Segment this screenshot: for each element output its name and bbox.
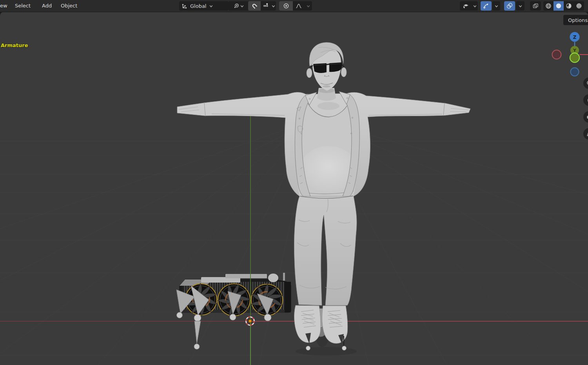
falloff-dropdown-button[interactable] bbox=[305, 1, 312, 11]
axis-ball-negx[interactable] bbox=[552, 50, 561, 59]
viewport-header: ew Select Add Object Global bbox=[0, 0, 588, 12]
character-pants bbox=[294, 196, 357, 305]
pivot-point-dropdown[interactable] bbox=[229, 1, 249, 11]
scene-canvas[interactable] bbox=[0, 12, 588, 365]
menu-select[interactable]: Select bbox=[13, 0, 32, 12]
menu-add-label: Add bbox=[42, 3, 52, 9]
menu-object-label: Object bbox=[61, 3, 77, 9]
snap-dropdown-button[interactable] bbox=[270, 1, 276, 11]
snap-increment-icon bbox=[263, 3, 269, 9]
pivot-point-icon bbox=[233, 3, 240, 9]
scene-inner bbox=[0, 42, 588, 365]
active-object-label: Armature bbox=[1, 42, 28, 48]
overlays-circles-icon bbox=[506, 3, 513, 9]
options-dropdown[interactable]: Options bbox=[563, 15, 588, 25]
visibility-dropdown-button[interactable] bbox=[472, 1, 478, 11]
3d-viewport[interactable]: Armature Options Y Z bbox=[0, 12, 588, 365]
wireframe-sphere-icon bbox=[545, 3, 552, 9]
object-visibility-button[interactable] bbox=[460, 1, 472, 11]
overlays-dropdown-button[interactable] bbox=[516, 1, 524, 11]
material-preview-sphere-icon bbox=[566, 3, 572, 9]
falloff-type-button[interactable] bbox=[293, 1, 305, 11]
chevron-down-icon bbox=[472, 4, 477, 9]
snapping-group bbox=[248, 1, 276, 11]
chevron-down-icon bbox=[518, 4, 523, 9]
bone-tip-sphere bbox=[342, 346, 347, 350]
eye-pointer-icon bbox=[463, 3, 469, 9]
snap-toggle-button[interactable] bbox=[248, 1, 261, 11]
menu-object[interactable]: Object bbox=[59, 0, 79, 12]
camera-icon bbox=[586, 114, 588, 120]
toggle-xray-button[interactable] bbox=[530, 1, 541, 11]
ground-shadow bbox=[296, 347, 357, 356]
falloff-curve-icon bbox=[296, 3, 302, 9]
solid-sphere-icon bbox=[555, 3, 562, 9]
show-gizmos-toggle[interactable] bbox=[481, 1, 492, 11]
axis-ball-negz[interactable] bbox=[571, 68, 579, 76]
hand-icon bbox=[586, 97, 588, 103]
orientation-axes-icon bbox=[181, 3, 188, 9]
proportional-edit-group bbox=[279, 1, 312, 11]
origin-dot bbox=[249, 319, 252, 323]
transform-orientation-value: Global bbox=[190, 3, 206, 9]
perspective-grid-icon bbox=[586, 131, 588, 137]
right-ear bbox=[341, 68, 347, 77]
menu-view[interactable]: ew bbox=[0, 0, 9, 12]
navigation-gizmo[interactable]: Y Z bbox=[549, 29, 588, 80]
shading-wireframe-button[interactable] bbox=[543, 1, 554, 11]
rendered-sphere-icon bbox=[576, 3, 582, 9]
xray-squares-icon bbox=[532, 3, 539, 9]
axis-label-y: Y bbox=[573, 48, 577, 53]
options-label: Options bbox=[568, 17, 588, 23]
chevron-down-icon bbox=[271, 4, 276, 9]
bone-tip-sphere bbox=[306, 346, 310, 350]
show-overlays-toggle[interactable] bbox=[504, 1, 515, 11]
proportional-edit-toggle[interactable] bbox=[279, 1, 293, 11]
object-visibility-group bbox=[460, 1, 478, 11]
chevron-down-icon bbox=[494, 4, 499, 9]
chevron-down-icon bbox=[209, 4, 214, 9]
shading-material-button[interactable] bbox=[564, 1, 574, 11]
menu-select-label: Select bbox=[15, 3, 31, 9]
axis-label-z: Z bbox=[573, 35, 577, 40]
proportional-edit-icon bbox=[283, 3, 289, 9]
shading-rendered-button[interactable] bbox=[574, 1, 584, 11]
menu-view-label: ew bbox=[0, 3, 7, 9]
gizmo-arrow-icon bbox=[483, 3, 489, 9]
shading-mode-group bbox=[543, 1, 584, 11]
axis-ball-negy[interactable] bbox=[570, 53, 579, 62]
magnet-icon bbox=[251, 3, 258, 9]
left-ear bbox=[307, 68, 312, 78]
chevron-down-icon bbox=[306, 4, 311, 9]
shading-solid-button[interactable] bbox=[554, 1, 564, 11]
transform-orientation-dropdown[interactable]: Global bbox=[179, 1, 229, 11]
gizmos-dropdown-button[interactable] bbox=[492, 1, 500, 11]
magnifier-icon bbox=[586, 80, 588, 86]
chevron-down-icon bbox=[240, 4, 245, 9]
snap-mode-button[interactable] bbox=[261, 1, 270, 11]
menu-add[interactable]: Add bbox=[40, 0, 53, 12]
